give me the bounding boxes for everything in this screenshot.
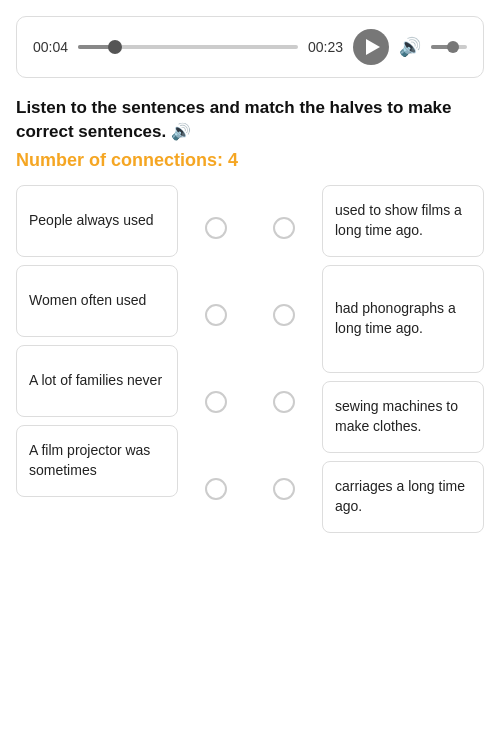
speaker-icon[interactable]: 🔊 [171,121,191,143]
connectors-column [178,185,322,533]
right-item-4[interactable]: carriages a long time ago. [322,461,484,533]
radio-right-1[interactable] [273,217,295,239]
audio-player: 00:04 00:23 🔊 [16,16,484,78]
left-item-3[interactable]: A lot of families never [16,345,178,417]
right-column: used to show films a long time ago. had … [322,185,484,533]
radio-left-4[interactable] [205,478,227,500]
connector-row-1 [182,192,318,264]
left-item-1[interactable]: People always used [16,185,178,257]
connector-row-2 [182,279,318,351]
connectors-wrapper [178,185,322,533]
time-current: 00:04 [33,39,68,55]
radio-right-2[interactable] [273,304,295,326]
connections-label: Number of connections: 4 [16,150,484,171]
play-icon [366,39,380,55]
radio-left-2[interactable] [205,304,227,326]
radio-right-3[interactable] [273,391,295,413]
time-total: 00:23 [308,39,343,55]
instruction-text: Listen to the sentences and match the ha… [16,96,484,144]
right-item-1[interactable]: used to show films a long time ago. [322,185,484,257]
radio-left-1[interactable] [205,217,227,239]
match-exercise: People always used Women often used A lo… [16,185,484,533]
left-column: People always used Women often used A lo… [16,185,178,533]
volume-icon: 🔊 [399,36,421,58]
volume-slider[interactable] [431,45,467,49]
connector-row-4 [182,453,318,525]
connector-row-3 [182,366,318,438]
left-item-4[interactable]: A film projector was sometimes [16,425,178,497]
radio-left-3[interactable] [205,391,227,413]
play-button[interactable] [353,29,389,65]
right-item-2[interactable]: had phonographs a long time ago. [322,265,484,373]
radio-right-4[interactable] [273,478,295,500]
progress-bar[interactable] [78,45,298,49]
progress-thumb[interactable] [108,40,122,54]
left-item-2[interactable]: Women often used [16,265,178,337]
volume-thumb[interactable] [447,41,459,53]
right-item-3[interactable]: sewing machines to make clothes. [322,381,484,453]
